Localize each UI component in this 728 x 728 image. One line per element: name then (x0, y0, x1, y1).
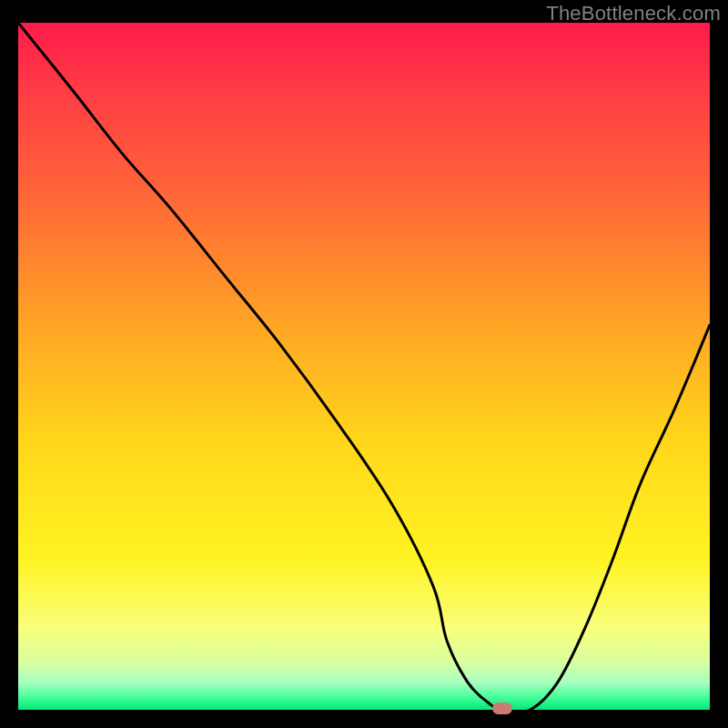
optimal-marker (492, 703, 512, 714)
chart-frame: TheBottleneck.com (0, 0, 728, 728)
curve-svg (18, 23, 710, 710)
bottleneck-curve (18, 23, 710, 710)
plot-area (18, 23, 710, 710)
